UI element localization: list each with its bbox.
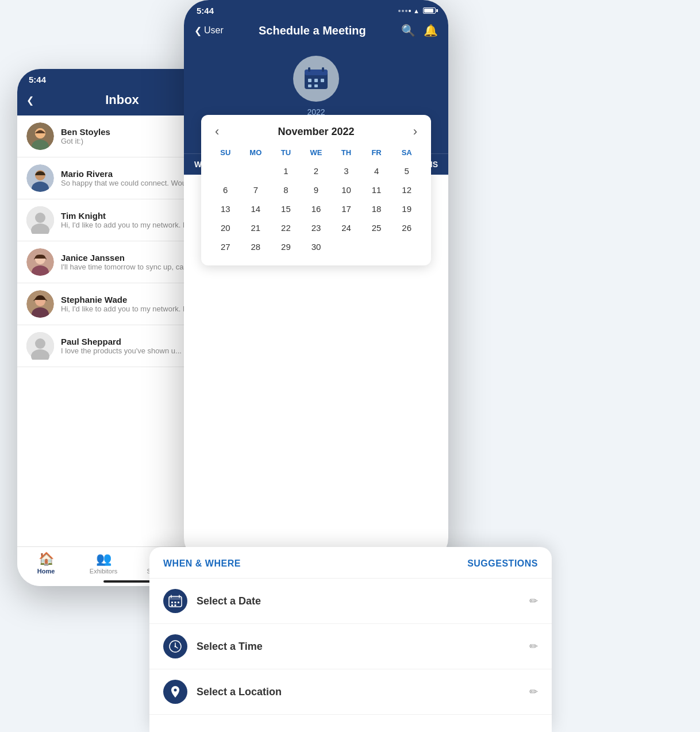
svg-rect-24	[314, 79, 318, 82]
cal-day-4[interactable]: 4	[361, 161, 392, 180]
cal-day-6[interactable]: 6	[210, 180, 241, 199]
home-tab-label: Home	[37, 568, 55, 575]
svg-rect-21	[308, 67, 310, 72]
cal-week-5: 27 28 29 30	[210, 237, 422, 256]
schedule-title: Schedule a Meeting	[259, 24, 366, 37]
schedule-header-icons: 🔍 🔔	[401, 24, 438, 37]
cal-day-20[interactable]: 20	[210, 218, 241, 237]
cal-day-empty	[241, 161, 271, 180]
select-time-label: Select a Time	[197, 641, 520, 653]
cal-day-28[interactable]: 28	[241, 237, 271, 256]
status-time-schedule: 5:44	[197, 6, 214, 16]
cal-day-11[interactable]: 11	[361, 180, 392, 199]
edit-time-icon[interactable]: ✏	[529, 640, 538, 653]
calendar-month-year: November 2022	[278, 126, 354, 138]
cal-day-18[interactable]: 18	[361, 199, 392, 218]
cal-day-5[interactable]: 5	[391, 161, 422, 180]
cal-day-7[interactable]: 7	[241, 180, 271, 199]
schedule-header: ❮ User Schedule a Meeting 🔍 🔔	[184, 19, 448, 47]
svg-rect-27	[314, 84, 318, 87]
cal-day-empty	[391, 237, 422, 256]
cal-day-29[interactable]: 29	[271, 237, 301, 256]
cal-day-21[interactable]: 21	[241, 218, 271, 237]
cal-day-30[interactable]: 30	[301, 237, 332, 256]
calendar-row-icon	[163, 589, 187, 613]
avatar-mario	[26, 164, 54, 192]
cal-day-25[interactable]: 25	[361, 218, 392, 237]
svg-rect-36	[175, 604, 176, 606]
edit-date-icon[interactable]: ✏	[529, 595, 538, 607]
cal-day-13[interactable]: 13	[210, 199, 241, 218]
exhibitors-tab-icon: 👥	[96, 552, 111, 567]
cal-header-we: WE	[301, 146, 332, 161]
svg-rect-34	[178, 602, 179, 603]
calendar-next-button[interactable]: ›	[409, 124, 422, 139]
select-location-row[interactable]: Select a Location ✏	[149, 669, 552, 715]
cal-header-su: SU	[210, 146, 241, 161]
phone-schedule: 5:44 ▲ ❮ User Schedule a Meeting 🔍 🔔	[184, 0, 448, 563]
tab-exhibitors[interactable]: 👥 Exhibitors	[75, 552, 132, 575]
cal-day-16[interactable]: 16	[301, 199, 332, 218]
cal-day-10[interactable]: 10	[331, 180, 361, 199]
cal-day-1[interactable]: 1	[271, 161, 301, 180]
cal-header-th: TH	[331, 146, 361, 161]
cal-day-17[interactable]: 17	[331, 199, 361, 218]
svg-rect-32	[171, 602, 173, 603]
when-where-label: WHEN & WHERE	[163, 558, 241, 569]
cal-day-19[interactable]: 19	[391, 199, 422, 218]
calendar-prev-button[interactable]: ‹	[210, 124, 224, 139]
cal-day-23[interactable]: 23	[301, 218, 332, 237]
select-date-row[interactable]: Select a Date ✏	[149, 579, 552, 624]
cal-day-12[interactable]: 12	[391, 180, 422, 199]
back-button[interactable]: ❮	[26, 95, 34, 106]
svg-point-41	[174, 689, 177, 692]
cal-header-tu: TU	[271, 146, 301, 161]
cal-day-24[interactable]: 24	[331, 218, 361, 237]
cal-day-8[interactable]: 8	[271, 180, 301, 199]
cal-day-14[interactable]: 14	[241, 199, 271, 218]
cal-header-sa: SA	[391, 146, 422, 161]
avatar-paul	[26, 332, 54, 360]
suggestions-label[interactable]: SUGGESTIONS	[467, 558, 538, 569]
cal-day-2[interactable]: 2	[301, 161, 332, 180]
select-time-row[interactable]: Select a Time ✏	[149, 624, 552, 669]
cal-day-empty	[361, 237, 392, 256]
cal-day-9[interactable]: 9	[301, 180, 332, 199]
notification-icon-schedule[interactable]: 🔔	[424, 24, 438, 37]
bottom-card: WHEN & WHERE SUGGESTIONS Select a Date ✏	[149, 547, 552, 732]
bottom-card-header: WHEN & WHERE SUGGESTIONS	[149, 547, 552, 579]
cal-day-26[interactable]: 26	[391, 218, 422, 237]
back-chevron-icon: ❮	[26, 95, 34, 106]
status-time-inbox: 5:44	[29, 75, 46, 84]
cal-week-3: 13 14 15 16 17 18 19	[210, 199, 422, 218]
edit-location-icon[interactable]: ✏	[529, 685, 538, 698]
svg-rect-25	[321, 79, 324, 82]
svg-point-17	[35, 338, 45, 349]
location-row-icon	[163, 680, 187, 704]
status-icons-schedule: ▲	[398, 7, 436, 14]
svg-rect-22	[322, 67, 324, 72]
status-bar-schedule: 5:44 ▲	[184, 0, 448, 19]
search-icon-schedule[interactable]: 🔍	[401, 24, 416, 37]
select-location-label: Select a Location	[197, 686, 520, 698]
cal-header-mo: MO	[241, 146, 271, 161]
calendar-grid: SU MO TU WE TH FR SA 1 2 3 4 5	[210, 146, 422, 256]
select-date-label: Select a Date	[197, 595, 520, 607]
cal-week-1: 1 2 3 4 5	[210, 161, 422, 180]
calendar-hero-icon	[293, 56, 339, 102]
svg-rect-35	[171, 604, 173, 606]
schedule-back-button[interactable]: ❮ User	[194, 25, 224, 36]
cal-day-empty	[210, 161, 241, 180]
avatar-janice	[26, 248, 54, 276]
cal-day-22[interactable]: 22	[271, 218, 301, 237]
back-chevron-icon-schedule: ❮	[194, 25, 202, 36]
cal-week-4: 20 21 22 23 24 25 26	[210, 218, 422, 237]
cal-day-3[interactable]: 3	[331, 161, 361, 180]
cal-day-27[interactable]: 27	[210, 237, 241, 256]
clock-row-icon	[163, 634, 187, 658]
svg-point-40	[175, 646, 176, 648]
svg-point-8	[35, 213, 45, 223]
tab-home[interactable]: 🏠 Home	[17, 552, 75, 575]
cal-day-15[interactable]: 15	[271, 199, 301, 218]
home-tab-icon: 🏠	[39, 552, 54, 567]
